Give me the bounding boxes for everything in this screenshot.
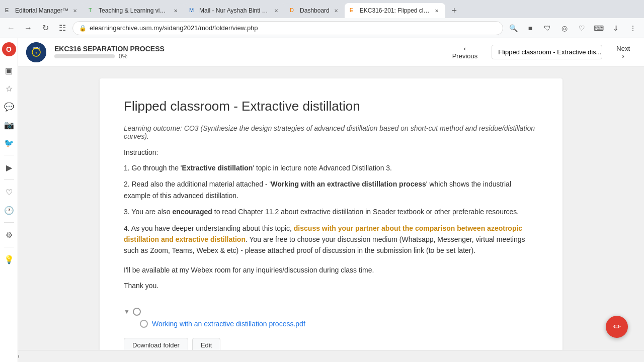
- instruction-item-4: 4. As you have deeper understanding abou…: [124, 223, 538, 256]
- sidebar-item-play[interactable]: ▶: [1, 159, 17, 175]
- suffix-3: to read Chapter 11.2 about extractive di…: [212, 208, 519, 216]
- learning-outcome: Learning outcome: CO3 (Synthesize the de…: [124, 124, 538, 140]
- collections-icon[interactable]: ⌨: [592, 21, 606, 35]
- course-title: EKC316 SEPARATION PROCESS: [54, 45, 165, 53]
- file-tree: ▼ Working with an extractive distillatio…: [124, 306, 538, 352]
- fab-icon: ✏: [613, 321, 621, 332]
- sidebar-item-star[interactable]: ☆: [1, 80, 17, 97]
- num-4: 4.: [124, 224, 130, 232]
- prefix-2: Read also the additional material attach…: [132, 180, 271, 188]
- suffix-1: ' topic in lecture note Advanced Distill…: [253, 164, 392, 172]
- search-icon[interactable]: 🔍: [506, 21, 520, 35]
- instruction-item-2: 2. Read also the additional material att…: [124, 178, 538, 201]
- sidebar-item-discover[interactable]: 💡: [1, 251, 17, 267]
- sidebar-divider-4: [4, 247, 14, 247]
- svg-text:⚜: ⚜: [35, 51, 37, 54]
- prefix-4: As you have deeper understanding about t…: [131, 224, 294, 232]
- tab-label-4: Dashboard: [300, 7, 330, 14]
- bold-1: Extractive distillation: [182, 164, 253, 172]
- next-arrow-icon: ›: [622, 52, 624, 60]
- tab-close-3[interactable]: ✕: [273, 7, 280, 14]
- sidebar-item-instagram[interactable]: 📷: [1, 117, 17, 133]
- nav-bar: ← → ↻ ☷ 🔒 elearningarchive.usm.my/sidang…: [0, 18, 644, 38]
- address-text: elearningarchive.usm.my/sidang2021/mod/f…: [90, 24, 497, 32]
- tab-favicon-4: D: [290, 7, 297, 14]
- tab-teaching[interactable]: T Teaching & Learning via e... ✕: [84, 3, 184, 18]
- extra-text: I'll be available at my Webex room for a…: [124, 264, 538, 276]
- fab-button[interactable]: ✏: [606, 316, 628, 338]
- sidebar-divider-3: [4, 222, 14, 223]
- download-icon[interactable]: ⇓: [609, 21, 623, 35]
- dropdown-label: Flipped classroom - Extractive dis...: [498, 48, 601, 56]
- file-icon: [140, 320, 148, 328]
- address-bar[interactable]: 🔒 elearningarchive.usm.my/sidang2021/mod…: [72, 21, 503, 35]
- num-3: 3.: [124, 208, 130, 216]
- bold-2: Working with an extractive distillation …: [271, 180, 426, 188]
- browser-chrome: E Editorial Manager™ ✕ T Teaching & Lear…: [0, 0, 644, 38]
- folder-icon: [133, 308, 141, 316]
- sidebar-item-twitter[interactable]: 🐦: [1, 135, 17, 151]
- instruction-item-3: 3. You are also encouraged to read Chapt…: [124, 206, 538, 217]
- sidebar-item-heart[interactable]: ♡: [1, 184, 17, 200]
- course-top-bar: USM ⚜ EKC316 SEPARATION PROCESS 0% ‹ Pre…: [18, 38, 644, 66]
- content-area: Flipped classroom - Extractive distillat…: [79, 66, 583, 362]
- tab-mail[interactable]: M Mail - Nur Ayshah Binti Ro... ✕: [184, 3, 285, 18]
- status-bar: [0, 350, 644, 362]
- menu-icon[interactable]: ⋮: [626, 21, 640, 35]
- bold-3: encouraged: [173, 208, 212, 216]
- tab-label-3: Mail - Nur Ayshah Binti Ro...: [199, 7, 270, 14]
- prefix-3: You are also: [131, 208, 172, 216]
- sidebar-divider-2: [4, 179, 14, 180]
- home-button[interactable]: ☷: [55, 21, 69, 35]
- back-button[interactable]: ←: [4, 21, 18, 35]
- sidebar-divider-1: [4, 155, 14, 155]
- previous-button[interactable]: ‹ Previous: [446, 42, 484, 63]
- tab-ekc316[interactable]: E EKC316-201: Flipped class... ✕: [345, 3, 445, 18]
- sidebar-item-settings[interactable]: ⚙: [1, 227, 17, 243]
- tab-label-2: Teaching & Learning via e...: [99, 7, 169, 14]
- tab-favicon-3: M: [189, 7, 196, 14]
- instruction-item-1: 1. Go through the 'Extractive distillati…: [124, 162, 538, 173]
- new-tab-button[interactable]: +: [447, 4, 461, 18]
- lock-icon: 🔒: [79, 25, 87, 32]
- course-logo: USM ⚜: [26, 42, 46, 62]
- reload-button[interactable]: ↻: [38, 21, 52, 35]
- shield-icon[interactable]: 🛡: [540, 21, 554, 35]
- tab-close-5[interactable]: ✕: [433, 7, 440, 14]
- tab-dashboard[interactable]: D Dashboard ✕: [285, 3, 345, 18]
- forward-button[interactable]: →: [21, 21, 35, 35]
- tab-favicon-2: T: [89, 7, 96, 14]
- extensions-icon[interactable]: ■: [523, 21, 537, 35]
- num-1: 1.: [124, 164, 130, 172]
- opera-logo[interactable]: O: [2, 42, 16, 56]
- prefix-1: Go through the ': [132, 164, 182, 172]
- sidebar-item-whatsapp[interactable]: 💬: [1, 99, 17, 115]
- tab-close-4[interactable]: ✕: [333, 7, 340, 14]
- tab-favicon-5: E: [350, 7, 357, 14]
- wallet-icon[interactable]: ◎: [557, 21, 572, 35]
- thank-you-text: Thank you.: [124, 282, 538, 290]
- next-label: Next: [616, 45, 630, 52]
- page-title: Flipped classroom - Extractive distillat…: [124, 99, 538, 114]
- tab-bar: E Editorial Manager™ ✕ T Teaching & Lear…: [0, 0, 644, 18]
- main-content: USM ⚜ EKC316 SEPARATION PROCESS 0% ‹ Pre…: [18, 38, 644, 362]
- sidebar-item-clock[interactable]: 🕐: [1, 202, 17, 218]
- prev-label: Previous: [452, 52, 478, 60]
- instruction-list: 1. Go through the 'Extractive distillati…: [124, 162, 538, 256]
- instruction-label: Instruction:: [124, 148, 538, 156]
- sidebar-item-news[interactable]: ▣: [1, 62, 17, 78]
- tree-toggle-icon[interactable]: ▼: [124, 308, 130, 315]
- tab-editorial[interactable]: E Editorial Manager™ ✕: [0, 3, 84, 18]
- nav-icons: 🔍 ■ 🛡 ◎ ♡ ⌨ ⇓ ⋮: [506, 21, 640, 35]
- tab-close-2[interactable]: ✕: [172, 7, 179, 14]
- next-button[interactable]: Next ›: [610, 42, 636, 63]
- tab-label-5: EKC316-201: Flipped class...: [360, 7, 430, 14]
- file-tree-root: ▼: [124, 306, 538, 318]
- sidebar: O ▣ ☆ 💬 📷 🐦 ▶ ♡ 🕐 ⚙ 💡: [0, 38, 18, 362]
- section-dropdown[interactable]: Flipped classroom - Extractive dis... ▾: [492, 45, 602, 59]
- tab-label-1: Editorial Manager™: [15, 7, 68, 14]
- file-tree-child: Working with an extractive distillation …: [140, 318, 538, 330]
- favorites-icon[interactable]: ♡: [575, 21, 589, 35]
- file-link[interactable]: Working with an extractive distillation …: [152, 320, 305, 328]
- tab-close-1[interactable]: ✕: [71, 7, 78, 14]
